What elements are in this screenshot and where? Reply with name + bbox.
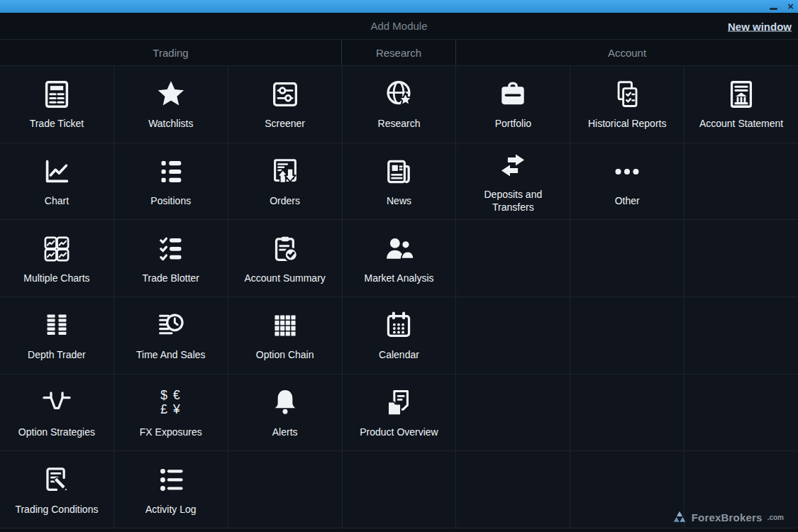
empty-cell xyxy=(570,297,684,374)
trade-ticket-icon xyxy=(40,77,73,111)
module-label: Screener xyxy=(265,117,305,131)
module-account-summary[interactable]: Account Summary xyxy=(228,220,342,297)
module-news[interactable]: News xyxy=(343,143,456,220)
multiple-charts-icon xyxy=(40,232,73,266)
module-multiple-charts[interactable]: Multiple Charts xyxy=(0,220,113,297)
module-watchlists[interactable]: Watchlists xyxy=(114,66,228,143)
module-label: Multiple Charts xyxy=(23,272,89,285)
module-label: Calendar xyxy=(379,348,419,362)
module-trading-conditions[interactable]: Trading Conditions xyxy=(0,451,113,528)
category-header-row: Trading Research Account xyxy=(0,39,798,66)
bottom-strip xyxy=(0,528,798,532)
module-orders[interactable]: Orders xyxy=(228,143,342,220)
chart-icon xyxy=(40,155,73,189)
module-calendar[interactable]: Calendar xyxy=(343,297,456,374)
watchlists-icon xyxy=(155,77,187,111)
module-label: Option Strategies xyxy=(18,426,95,439)
module-label: FX Exposures xyxy=(140,426,202,439)
activity-log-icon xyxy=(155,463,187,497)
research-icon xyxy=(382,77,415,111)
module-label: Chart xyxy=(45,194,69,208)
empty-cell xyxy=(570,220,684,297)
empty-cell xyxy=(456,297,570,374)
module-label: Trading Conditions xyxy=(15,503,98,516)
module-label: Alerts xyxy=(272,426,298,439)
module-historical-reports[interactable]: Historical Reports xyxy=(570,66,684,143)
module-label: Time And Sales xyxy=(136,348,206,362)
alerts-icon xyxy=(269,386,301,420)
option-chain-icon xyxy=(269,309,301,343)
module-fx-exposures[interactable]: $ €£ ¥FX Exposures xyxy=(114,375,228,451)
module-depth-trader[interactable]: Depth Trader xyxy=(0,297,113,374)
historical-reports-icon xyxy=(611,77,643,111)
module-product-overview[interactable]: Product Overview xyxy=(343,375,456,451)
time-and-sales-icon xyxy=(155,309,187,343)
module-alerts[interactable]: Alerts xyxy=(228,375,342,451)
module-label: Account Statement xyxy=(699,117,783,131)
module-trade-blotter[interactable]: Trade Blotter xyxy=(114,220,228,297)
module-label: Historical Reports xyxy=(588,117,666,131)
empty-cell xyxy=(456,375,570,451)
module-activity-log[interactable]: Activity Log xyxy=(114,451,228,528)
category-account: Account xyxy=(455,40,798,65)
module-option-chain[interactable]: Option Chain xyxy=(228,297,342,374)
watermark-tld: .com xyxy=(767,514,784,521)
empty-cell xyxy=(343,451,456,528)
module-label: Watchlists xyxy=(148,117,193,131)
module-label: Market Analysis xyxy=(364,272,433,285)
minimize-icon[interactable] xyxy=(770,8,777,10)
window-titlebar: × xyxy=(0,0,798,13)
watermark-brand: ForexBrokers xyxy=(692,511,763,523)
module-label: Portfolio xyxy=(495,117,531,131)
module-grid: Trade TicketWatchlists Screener Research… xyxy=(0,66,798,528)
orders-icon xyxy=(269,155,301,189)
module-label: Activity Log xyxy=(145,503,196,516)
deposits-and-transfers-icon xyxy=(497,148,529,182)
module-account-statement[interactable]: Account Statement xyxy=(685,66,798,143)
empty-cell xyxy=(685,220,798,297)
module-screener[interactable]: Screener xyxy=(228,66,342,143)
module-label: Research xyxy=(378,117,421,131)
category-trading: Trading xyxy=(0,40,341,65)
dialog-title: Add Module xyxy=(370,20,427,32)
module-research[interactable]: Research xyxy=(343,66,456,143)
watermark: ForexBrokers.com xyxy=(672,509,784,525)
module-label: Product Overview xyxy=(360,426,438,439)
dialog-header: Add Module New window xyxy=(0,13,798,39)
module-time-and-sales[interactable]: Time And Sales xyxy=(114,297,228,374)
empty-cell xyxy=(685,143,798,220)
module-label: Option Chain xyxy=(256,348,314,362)
market-analysis-icon xyxy=(382,232,415,266)
module-option-strategies[interactable]: Option Strategies xyxy=(0,375,113,451)
other-icon xyxy=(611,155,643,189)
module-label: Depth Trader xyxy=(28,348,86,362)
module-deposits-and-transfers[interactable]: Deposits and Transfers xyxy=(456,143,570,220)
module-label: Orders xyxy=(270,194,300,208)
forexbrokers-logo-icon xyxy=(672,509,687,525)
portfolio-icon xyxy=(497,77,529,111)
module-portfolio[interactable]: Portfolio xyxy=(456,66,570,143)
product-overview-icon xyxy=(382,386,415,420)
module-market-analysis[interactable]: Market Analysis xyxy=(343,220,456,297)
empty-cell xyxy=(685,297,798,374)
module-trade-ticket[interactable]: Trade Ticket xyxy=(0,66,113,143)
trade-blotter-icon xyxy=(155,232,187,266)
new-window-link[interactable]: New window xyxy=(728,20,792,32)
module-other[interactable]: Other xyxy=(570,143,684,220)
close-icon[interactable]: × xyxy=(787,0,794,13)
empty-cell xyxy=(456,220,570,297)
screener-icon xyxy=(269,77,301,111)
account-summary-icon xyxy=(269,232,301,266)
module-chart[interactable]: Chart xyxy=(0,143,113,220)
empty-cell xyxy=(456,451,570,528)
module-label: Other xyxy=(615,194,640,208)
option-strategies-icon xyxy=(40,386,73,420)
module-label: Deposits and Transfers xyxy=(463,188,563,215)
fx-exposures-icon: $ €£ ¥ xyxy=(160,386,181,420)
module-label: Trade Blotter xyxy=(143,272,199,285)
empty-cell xyxy=(228,451,342,528)
depth-trader-icon xyxy=(40,309,73,343)
category-research: Research xyxy=(341,40,455,65)
positions-icon xyxy=(155,155,187,189)
module-positions[interactable]: Positions xyxy=(114,143,228,220)
